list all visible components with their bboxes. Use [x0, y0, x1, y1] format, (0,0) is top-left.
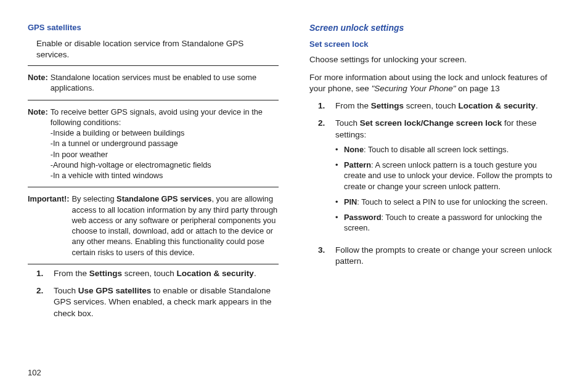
step-number: 3.	[318, 245, 335, 267]
divider	[28, 65, 279, 66]
step-body: Touch Set screen lock/Change screen lock…	[335, 118, 560, 238]
step-1: 1. From the Settings screen, touch Locat…	[318, 100, 560, 112]
important-label: Important!:	[28, 194, 70, 258]
step-number: 1.	[36, 268, 54, 279]
para-more-info: For more information about using the loc…	[309, 72, 560, 94]
bullet-icon: •	[335, 160, 344, 192]
text-run: Touch	[335, 118, 360, 128]
text-run: .	[254, 269, 256, 278]
note-line: To receive better GPS signals, avoid usi…	[51, 107, 279, 128]
para-choose-settings: Choose settings for unlocking your scree…	[309, 54, 560, 65]
bold-location-security: Location & security	[459, 101, 536, 110]
note-body: Standalone location services must be ena…	[51, 72, 279, 94]
left-column: GPS satellites Enable or disable locatio…	[28, 22, 279, 325]
bullet-password: • Password: Touch to create a password f…	[335, 212, 560, 234]
note-label: Note:	[28, 72, 48, 94]
note-line: -In a vehicle with tinted windows	[51, 170, 279, 181]
text-run: on page 13	[456, 84, 500, 93]
text-run: , you are allowing access to all locatio…	[72, 194, 278, 256]
page-content: GPS satellites Enable or disable locatio…	[28, 22, 560, 325]
bullet-body: Pattern: A screen unlock pattern is a to…	[344, 160, 560, 192]
step-body: Follow the prompts to create or change y…	[335, 245, 560, 267]
bold-standalone-gps: Standalone GPS services	[116, 194, 211, 203]
note-standalone: Note: Standalone location services must …	[28, 70, 279, 96]
bold-pattern: Pattern	[344, 160, 371, 169]
bullet-none: • None: Touch to disable all screen lock…	[335, 144, 560, 155]
text-run: By selecting	[72, 194, 117, 203]
text-run: screen, touch	[122, 269, 177, 278]
important-body: By selecting Standalone GPS services, yo…	[72, 194, 279, 258]
note-gps-signals: Note: To receive better GPS signals, avo…	[28, 104, 279, 184]
step-number: 2.	[318, 118, 335, 238]
divider	[28, 100, 279, 100]
italic-securing-phone: "Securing Your Phone"	[372, 84, 456, 93]
step-number: 2.	[36, 285, 54, 319]
lock-steps: 1. From the Settings screen, touch Locat…	[318, 100, 560, 267]
bold-set-screen-lock: Set screen lock/Change screen lock	[360, 118, 502, 128]
step-body: Touch Use GPS satellites to enable or di…	[54, 285, 279, 319]
note-body: To receive better GPS signals, avoid usi…	[51, 107, 279, 181]
bullet-icon: •	[335, 212, 344, 234]
bullet-body: PIN: Touch to select a PIN to use for un…	[344, 197, 560, 207]
bold-settings: Settings	[371, 101, 404, 110]
important-note: Important!: By selecting Standalone GPS …	[28, 191, 279, 260]
bullet-pin: • PIN: Touch to select a PIN to use for …	[335, 197, 560, 207]
bullet-pattern: • Pattern: A screen unlock pattern is a …	[335, 160, 560, 192]
bold-password: Password	[344, 213, 381, 222]
text-run: : Touch to disable all screen lock setti…	[364, 145, 508, 154]
gps-steps: 1. From the Settings screen, touch Locat…	[36, 268, 279, 319]
note-line: -In poor weather	[51, 149, 279, 160]
bullet-body: None: Touch to disable all screen lock s…	[344, 144, 560, 155]
step-1: 1. From the Settings screen, touch Locat…	[36, 268, 279, 279]
step-3: 3. Follow the prompts to create or chang…	[318, 245, 560, 267]
heading-set-screen-lock: Set screen lock	[309, 39, 560, 50]
divider	[28, 187, 279, 187]
text-run: : Touch to select a PIN to use for unloc…	[357, 197, 547, 206]
page-number: 102	[28, 367, 41, 378]
bold-none: None	[344, 145, 364, 154]
step-body: From the Settings screen, touch Location…	[335, 100, 560, 112]
heading-gps-satellites: GPS satellites	[28, 22, 279, 33]
text-run: : A screen unlock pattern is a touch ges…	[344, 160, 552, 191]
bold-use-gps: Use GPS satellites	[78, 286, 152, 295]
text-run: screen, touch	[404, 101, 459, 110]
text-run: Touch	[54, 286, 78, 295]
heading-screen-unlock: Screen unlock settings	[309, 22, 560, 34]
gps-intro: Enable or disable location service from …	[36, 38, 279, 60]
text-run: From the	[54, 269, 89, 278]
bullet-body: Password: Touch to create a password for…	[344, 212, 560, 234]
step-body: From the Settings screen, touch Location…	[54, 268, 279, 279]
lock-options: • None: Touch to disable all screen lock…	[335, 144, 560, 234]
note-line: -Inside a building or between buildings	[51, 128, 279, 138]
right-column: Screen unlock settings Set screen lock C…	[309, 22, 560, 325]
bold-location-security: Location & security	[177, 269, 254, 278]
text-run: From the	[335, 101, 371, 110]
text-run: .	[536, 101, 538, 110]
bold-settings: Settings	[89, 269, 122, 278]
note-line: -Around high-voltage or electromagnetic …	[51, 160, 279, 170]
bold-pin: PIN	[344, 197, 357, 206]
step-2: 2. Touch Set screen lock/Change screen l…	[318, 118, 560, 238]
note-line: -In a tunnel or underground passage	[51, 138, 279, 149]
bullet-icon: •	[335, 144, 344, 155]
note-label: Note:	[28, 107, 48, 181]
bullet-icon: •	[335, 197, 344, 207]
divider	[28, 264, 279, 264]
step-number: 1.	[318, 100, 335, 112]
step-2: 2. Touch Use GPS satellites to enable or…	[36, 285, 279, 319]
